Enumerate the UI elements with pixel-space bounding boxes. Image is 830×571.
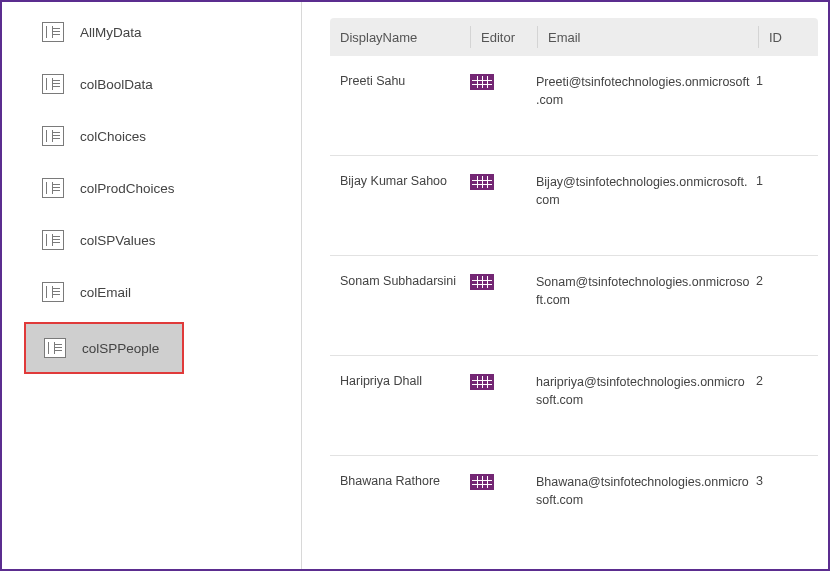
table-icon — [470, 474, 494, 490]
cell-email: haripriya@tsinfotechnologies.onmicrosoft… — [536, 374, 756, 437]
table-icon — [470, 174, 494, 190]
table-row[interactable]: Sonam Subhadarsini Sonam@tsinfotechnolog… — [330, 256, 818, 356]
sidebar-item-label: colEmail — [80, 285, 131, 300]
cell-displayname: Bhawana Rathore — [330, 474, 470, 538]
col-header-email[interactable]: Email — [538, 30, 758, 45]
selection-highlight: colSPPeople — [24, 322, 184, 374]
sidebar-item-label: colSPValues — [80, 233, 156, 248]
cell-id: 3 — [756, 474, 796, 538]
sidebar-item-colchoices[interactable]: colChoices — [2, 116, 301, 156]
collections-sidebar: AllMyData colBoolData colChoices colProd… — [2, 2, 302, 569]
table-icon — [470, 374, 494, 390]
sidebar-item-label: colSPPeople — [82, 341, 159, 356]
cell-displayname: Sonam Subhadarsini — [330, 274, 470, 337]
cell-id: 1 — [756, 174, 796, 237]
table-row[interactable]: Bhawana Rathore Bhawana@tsinfotechnologi… — [330, 456, 818, 556]
collection-icon — [42, 22, 64, 42]
table-icon — [470, 74, 494, 90]
sidebar-item-colsppeople[interactable]: colSPPeople — [26, 324, 182, 372]
sidebar-item-allmydata[interactable]: AllMyData — [2, 12, 301, 52]
cell-id: 2 — [756, 274, 796, 337]
cell-email: Preeti@tsinfotechnologies.onmicrosoft.co… — [536, 74, 756, 137]
table-row[interactable]: Bijay Kumar Sahoo Bijay@tsinfotechnologi… — [330, 156, 818, 256]
collection-icon — [42, 74, 64, 94]
cell-editor — [470, 74, 536, 137]
sidebar-item-label: colBoolData — [80, 77, 153, 92]
cell-email: Bijay@tsinfotechnologies.onmicrosoft.com — [536, 174, 756, 237]
app-layout: AllMyData colBoolData colChoices colProd… — [2, 2, 828, 569]
cell-email: Bhawana@tsinfotechnologies.onmicrosoft.c… — [536, 474, 756, 538]
table-header-row: DisplayName Editor Email ID — [330, 18, 818, 56]
collection-icon — [42, 230, 64, 250]
collection-icon — [42, 178, 64, 198]
sidebar-item-colprodchoices[interactable]: colProdChoices — [2, 168, 301, 208]
table-row[interactable]: Preeti Sahu Preeti@tsinfotechnologies.on… — [330, 56, 818, 156]
col-header-displayname[interactable]: DisplayName — [330, 30, 470, 45]
cell-displayname: Preeti Sahu — [330, 74, 470, 137]
col-header-editor[interactable]: Editor — [471, 30, 537, 45]
sidebar-item-colemail[interactable]: colEmail — [2, 272, 301, 312]
collection-icon — [42, 282, 64, 302]
sidebar-item-label: colChoices — [80, 129, 146, 144]
collection-icon — [44, 338, 66, 358]
cell-displayname: Haripriya Dhall — [330, 374, 470, 437]
cell-id: 2 — [756, 374, 796, 437]
col-header-id[interactable]: ID — [759, 30, 799, 45]
table-icon — [470, 274, 494, 290]
cell-editor — [470, 474, 536, 538]
sidebar-item-colspvalues[interactable]: colSPValues — [2, 220, 301, 260]
cell-editor — [470, 174, 536, 237]
cell-displayname: Bijay Kumar Sahoo — [330, 174, 470, 237]
cell-editor — [470, 274, 536, 337]
sidebar-item-label: colProdChoices — [80, 181, 175, 196]
data-preview-pane: DisplayName Editor Email ID Preeti Sahu … — [302, 2, 828, 569]
sidebar-item-label: AllMyData — [80, 25, 142, 40]
cell-email: Sonam@tsinfotechnologies.onmicrosoft.com — [536, 274, 756, 337]
collection-icon — [42, 126, 64, 146]
table-row[interactable]: Haripriya Dhall haripriya@tsinfotechnolo… — [330, 356, 818, 456]
cell-editor — [470, 374, 536, 437]
sidebar-item-colbooldata[interactable]: colBoolData — [2, 64, 301, 104]
cell-id: 1 — [756, 74, 796, 137]
